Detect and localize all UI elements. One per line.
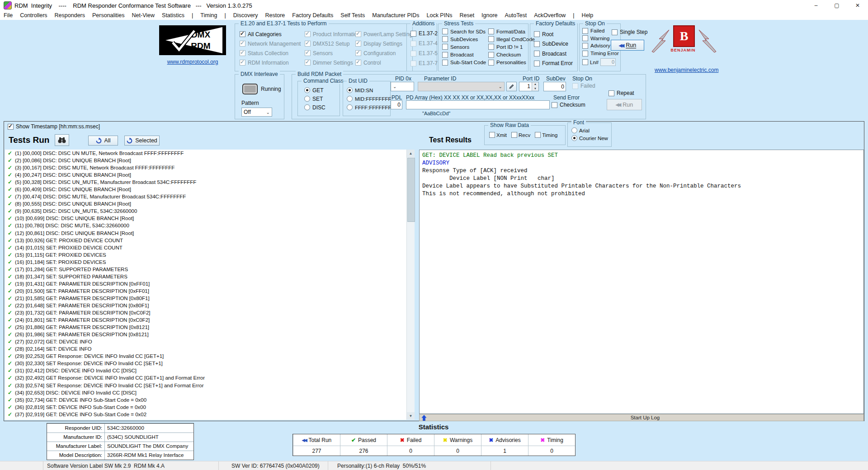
test-list-item[interactable]: ✓ (2) [00,086] DISC: DISC UNIQUE BRANCH … [5, 157, 406, 164]
test-list-item[interactable]: ✓ (25) [01,886] GET: PARAMETER DESCRIPTI… [5, 324, 406, 331]
category-checkbox-row[interactable]: RDM Information [240, 60, 305, 66]
repeat-row[interactable]: Repeat [609, 90, 634, 96]
subdev-field[interactable]: 0 [543, 82, 566, 91]
menu-item[interactable]: | [188, 12, 197, 19]
category-checkbox-row[interactable]: All Categories [240, 31, 305, 38]
test-list-item[interactable]: ✓ (28) [02,164] SET: DEVICE INFO [5, 345, 406, 352]
menu-item[interactable]: | [221, 12, 229, 19]
checkbox[interactable] [305, 50, 311, 56]
menu-item[interactable]: Manufacturer PIDs [368, 12, 423, 19]
radio[interactable] [347, 87, 353, 93]
test-list-item[interactable]: ✓ (10) [00,699] DISC: DISC UNIQUE BRANCH… [5, 215, 406, 222]
step-up-icon[interactable]: ▲ [532, 82, 538, 87]
checkbox[interactable] [355, 41, 361, 47]
test-list-item[interactable]: ✓ (33) [02,574] SET Response: DEVICE INF… [5, 382, 406, 389]
checkbox[interactable] [442, 60, 448, 66]
stop-on-checkbox-row[interactable]: Timing Error [582, 51, 620, 56]
test-list-item[interactable]: ✓ (17) [01,284] GET: SUPPORTED PARAMETER… [5, 266, 406, 273]
menu-item[interactable]: Personalities [89, 12, 128, 19]
menu-item[interactable]: Self Tests [337, 12, 368, 19]
test-list-item[interactable]: ✓ (3) [00,167] DISC: DISC MUTE, Network … [5, 164, 406, 171]
checkbox[interactable] [240, 60, 245, 66]
checkbox[interactable] [305, 60, 311, 66]
stress-checkbox-row[interactable]: Port ID != 1 [488, 44, 535, 50]
radio[interactable] [571, 135, 577, 141]
checkbox[interactable] [582, 43, 588, 49]
menu-item[interactable]: AckOverflow [530, 12, 569, 19]
test-list-item[interactable]: ✓ (8) [00,555] DISC: DISC UNIQUE BRANCH … [5, 200, 406, 207]
test-list-item[interactable]: ✓ (16) [01,184] SET: PROXIED DEVICES [5, 258, 406, 266]
dst-uid-radio-row[interactable]: FFFF:FFFFFFFF [347, 104, 395, 110]
port-id-stepper[interactable]: 1 ▲▼ [519, 82, 539, 91]
checkbox[interactable] [410, 31, 416, 37]
command-class-radio-row[interactable]: DISC [304, 104, 340, 111]
checkbox[interactable] [240, 31, 245, 37]
checkbox[interactable] [410, 51, 416, 56]
menu-item[interactable]: Statistics [158, 12, 188, 19]
font-radio-row[interactable]: Courier New [571, 135, 611, 141]
edit-pid-button[interactable] [506, 82, 517, 91]
test-list-item[interactable]: ✓ (6) [00,409] DISC: DISC UNIQUE BRANCH … [5, 186, 406, 193]
radio[interactable] [347, 104, 353, 110]
addition-checkbox-row[interactable]: E1.37-2 [410, 30, 438, 37]
test-list-item[interactable]: ✓ (23) [01,732] GET: PARAMETER DESCRIPTI… [5, 309, 406, 316]
single-step-row[interactable]: Single Step [612, 29, 647, 35]
repeat-checkbox[interactable] [609, 90, 614, 96]
radio[interactable] [304, 104, 310, 110]
test-list-item[interactable]: ✓ (31) [02,412] DISC: DEVICE INFO Invali… [5, 367, 406, 374]
addition-checkbox-row[interactable]: E1.37-4 [410, 40, 438, 47]
command-class-radio-row[interactable]: SET [304, 96, 340, 102]
factory-checkbox-row[interactable]: Root [534, 31, 577, 38]
checkbox[interactable] [534, 51, 540, 56]
scroll-down-icon[interactable]: ▼ [407, 412, 415, 420]
checkbox[interactable] [489, 132, 495, 138]
stress-checkbox-row[interactable]: Sub-Start Code [442, 60, 488, 66]
category-checkbox-row[interactable]: Sensors [305, 50, 355, 56]
factory-checkbox-row[interactable]: Format Error [534, 60, 577, 66]
ln-checkbox[interactable] [582, 59, 588, 65]
category-checkbox-row[interactable]: DMX512 Setup [305, 41, 355, 47]
menu-item[interactable]: Ignore [478, 12, 501, 19]
test-list-item[interactable]: ✓ (34) [02,653] DISC: DEVICE INFO Invali… [5, 389, 406, 396]
minimize-button[interactable]: – [806, 0, 826, 11]
radio[interactable] [304, 87, 310, 93]
test-results-box[interactable]: GET: DEVICE LABEL Read back previous SET… [419, 150, 864, 414]
checkbox[interactable] [410, 61, 416, 66]
menu-item[interactable]: File [0, 12, 16, 19]
test-list-item[interactable]: ✓ (1) [00,000] DISC: DISC UN MUTE, Netwo… [5, 150, 406, 157]
build-run-button[interactable]: ◀◀ Run [607, 99, 642, 110]
pdl-field[interactable]: 0 [391, 100, 402, 109]
checkbox[interactable] [442, 44, 448, 50]
checkbox[interactable] [240, 41, 245, 47]
checkbox[interactable] [442, 28, 448, 34]
find-button[interactable] [55, 134, 69, 146]
category-checkbox-row[interactable]: Dimmer Settings [305, 60, 355, 66]
test-list-item[interactable]: ✓ (26) [01,986] SET: PARAMETER DESCRIPTI… [5, 331, 406, 338]
checkbox[interactable] [488, 52, 494, 58]
pid-combo[interactable]: ⌄ [391, 82, 414, 91]
checkbox[interactable] [534, 41, 540, 47]
menu-item[interactable]: Reset [456, 12, 478, 19]
test-list-item[interactable]: ✓ (35) [02,734] GET: DEVICE INFO Sub-Sta… [5, 396, 406, 404]
test-list-item[interactable]: ✓ (14) [01,015] SET: PROXIED DEVICE COUN… [5, 244, 406, 251]
test-list-item[interactable]: ✓ (11) [00,780] DISC: DISC MUTE, 534C:32… [5, 222, 406, 229]
menu-item[interactable]: Timing [197, 12, 221, 19]
category-checkbox-row[interactable]: Status Collection [240, 50, 305, 56]
stress-checkbox-row[interactable]: Sensors [442, 44, 488, 50]
checkbox[interactable] [305, 41, 311, 47]
checkbox[interactable] [582, 51, 588, 56]
menu-item[interactable]: Lock PINs [423, 12, 456, 19]
menu-item[interactable]: Help [578, 12, 597, 19]
test-list-item[interactable]: ✓ (37) [02,919] GET: DEVICE INFO Sub-Sta… [5, 411, 406, 418]
test-list-item[interactable]: ✓ (30) [02,330] SET Response: DEVICE INF… [5, 360, 406, 367]
dst-uid-radio-row[interactable]: MID:SN [347, 87, 395, 93]
stress-checkbox-row[interactable]: Personalities [488, 60, 535, 66]
stress-checkbox-row[interactable]: Format/Data [488, 28, 535, 34]
test-list-item[interactable]: ✓ (36) [02,819] SET: DEVICE INFO Sub-Sta… [5, 404, 406, 411]
run-button[interactable]: ◀◀ Run [611, 40, 644, 51]
up-arrow-icon[interactable] [421, 415, 427, 421]
checkbox[interactable] [355, 31, 361, 37]
step-down-icon[interactable]: ▼ [532, 87, 538, 91]
scrollbar-thumb[interactable] [407, 158, 415, 222]
checkbox[interactable] [534, 61, 540, 66]
